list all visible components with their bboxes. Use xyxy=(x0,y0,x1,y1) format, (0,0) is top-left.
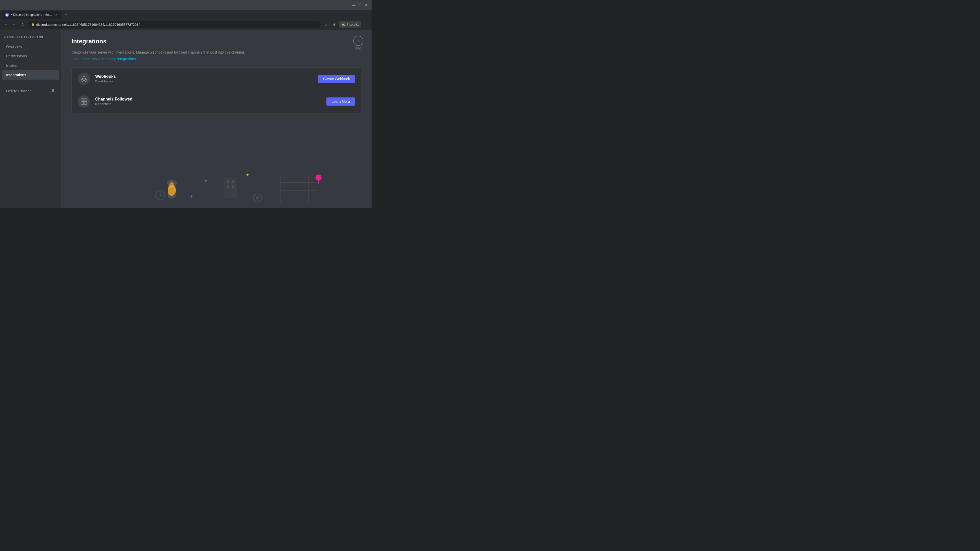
webhooks-title: Webhooks xyxy=(95,74,318,79)
permissions-label: Permissions xyxy=(6,54,27,58)
channels-followed-icon-svg xyxy=(80,98,88,105)
address-bar-row: ← → ↻ 🔒 discord.com/channels/11823468517… xyxy=(0,19,372,30)
integrations-label: Integrations xyxy=(6,73,26,77)
svg-point-12 xyxy=(168,185,176,196)
illustration-svg: ✦ ★ ✦ xyxy=(153,162,331,208)
back-button[interactable]: ← xyxy=(2,21,9,28)
webhooks-icon xyxy=(78,73,90,85)
channels-followed-card: Channels Followed 0 channels Learn More xyxy=(72,90,361,113)
sidebar: # EDIT-HERE TEXT CHANN... Overview Permi… xyxy=(0,30,61,208)
svg-text:✦: ✦ xyxy=(204,178,208,184)
lock-icon: 🔒 xyxy=(31,23,35,26)
tab-close-button[interactable]: × xyxy=(54,13,58,17)
menu-icon[interactable]: ⋮ xyxy=(363,21,369,28)
svg-rect-20 xyxy=(227,185,229,188)
svg-point-1 xyxy=(85,79,87,81)
create-webhook-button[interactable]: Create Webhook xyxy=(318,75,355,83)
forward-button[interactable]: → xyxy=(11,21,18,28)
svg-rect-11 xyxy=(169,198,174,200)
svg-rect-31 xyxy=(318,180,319,184)
discord-app: # EDIT-HERE TEXT CHANN... Overview Permi… xyxy=(0,30,372,208)
close-button[interactable]: ✕ xyxy=(363,3,369,8)
incognito-avatar-icon: 🕵 xyxy=(341,22,346,27)
address-bar[interactable]: 🔒 discord.com/channels/11823468517819843… xyxy=(28,21,321,28)
sidebar-divider xyxy=(0,83,61,83)
esc-circle-icon: ✕ xyxy=(353,36,363,46)
extensions-icon[interactable]: ⧫ xyxy=(331,21,338,28)
svg-rect-17 xyxy=(224,178,237,198)
svg-point-0 xyxy=(81,79,83,81)
svg-rect-4 xyxy=(84,99,87,101)
sidebar-item-delete-channel[interactable]: Delete Channel 🗑 xyxy=(2,86,59,96)
new-tab-button[interactable]: + xyxy=(62,11,69,18)
overview-label: Overview xyxy=(6,44,22,49)
sidebar-item-permissions[interactable]: Permissions xyxy=(2,51,59,61)
window-controls: — ❐ ✕ xyxy=(351,3,369,8)
svg-point-30 xyxy=(315,175,321,181)
browser-chrome: — ❐ ✕ D • Discord | Integrations | Moodj… xyxy=(0,0,372,30)
svg-text:✦: ✦ xyxy=(189,194,193,199)
active-tab[interactable]: D • Discord | Integrations | Moodj... × xyxy=(2,11,61,19)
svg-point-32 xyxy=(253,194,261,202)
channels-followed-title: Channels Followed xyxy=(95,97,326,102)
channels-followed-info: Channels Followed 0 channels xyxy=(95,97,326,106)
webhooks-info: Webhooks 0 webhooks xyxy=(95,74,318,83)
svg-rect-19 xyxy=(232,180,234,183)
svg-rect-9 xyxy=(168,183,176,198)
restore-button[interactable]: ❐ xyxy=(357,3,363,8)
svg-point-10 xyxy=(167,180,177,185)
incognito-label: Incognito xyxy=(347,23,360,26)
svg-text:★: ★ xyxy=(246,173,249,177)
esc-button[interactable]: ✕ ESC xyxy=(353,36,363,50)
title-bar: — ❐ ✕ xyxy=(0,0,372,10)
svg-rect-3 xyxy=(81,99,84,101)
channels-followed-subtitle: 0 channels xyxy=(95,102,326,106)
page-title: Integrations xyxy=(72,38,361,45)
minimize-button[interactable]: — xyxy=(351,3,356,8)
svg-line-8 xyxy=(86,101,86,102)
svg-rect-24 xyxy=(280,175,316,203)
sidebar-item-overview[interactable]: Overview xyxy=(2,42,59,51)
trash-icon: 🗑 xyxy=(51,89,55,93)
webhooks-subtitle: 0 webhooks xyxy=(95,79,318,83)
learn-more-link[interactable]: Learn more about managing integrations. xyxy=(72,57,137,61)
reload-button[interactable]: ↻ xyxy=(19,21,27,28)
svg-rect-18 xyxy=(227,180,229,183)
webhooks-icon-svg xyxy=(80,75,88,83)
webhooks-card: Webhooks 0 webhooks Create Webhook xyxy=(72,68,361,90)
svg-point-14 xyxy=(156,191,165,200)
learn-more-button[interactable]: Learn More xyxy=(326,97,355,106)
invites-label: Invites xyxy=(6,63,17,68)
illustration-area: ✦ ★ ✦ xyxy=(112,157,372,208)
description-text: Customize your server with integrations.… xyxy=(72,50,361,55)
channels-followed-icon xyxy=(78,95,90,108)
channel-header: # EDIT-HERE TEXT CHANN... xyxy=(0,34,61,42)
integrations-list: Webhooks 0 webhooks Create Webhook xyxy=(72,67,361,113)
svg-point-33 xyxy=(256,197,259,200)
svg-point-13 xyxy=(169,182,174,188)
address-text: discord.com/channels/1182346851781984336… xyxy=(36,23,140,27)
main-content: ✕ ESC Integrations Customize your server… xyxy=(61,30,372,208)
svg-rect-6 xyxy=(84,102,87,104)
esc-label: ESC xyxy=(355,47,361,50)
svg-rect-21 xyxy=(232,185,234,188)
sidebar-item-invites[interactable]: Invites xyxy=(2,61,59,70)
delete-channel-label: Delete Channel xyxy=(6,89,32,93)
tab-bar: D • Discord | Integrations | Moodj... × … xyxy=(0,10,372,19)
bookmark-icon[interactable]: ☆ xyxy=(322,21,329,28)
sidebar-item-integrations[interactable]: Integrations xyxy=(2,70,59,79)
svg-rect-5 xyxy=(81,102,84,104)
tab-favicon: D xyxy=(5,13,9,17)
browser-toolbar-right: ☆ ⧫ 🕵 Incognito ⋮ xyxy=(322,21,369,28)
tab-title: • Discord | Integrations | Moodj... xyxy=(11,13,52,17)
incognito-button[interactable]: 🕵 Incognito xyxy=(339,21,361,27)
